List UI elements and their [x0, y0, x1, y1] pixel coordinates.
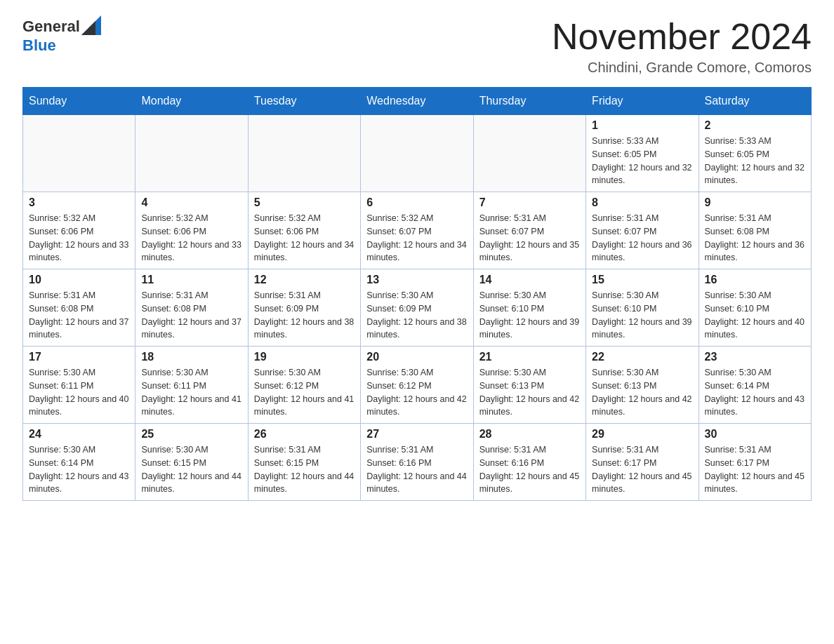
calendar-cell: 23Sunrise: 5:30 AMSunset: 6:14 PMDayligh…: [699, 347, 811, 424]
day-number: 2: [705, 119, 805, 132]
day-info: Sunrise: 5:32 AMSunset: 6:06 PMDaylight:…: [254, 212, 355, 264]
calendar-cell: 10Sunrise: 5:31 AMSunset: 6:08 PMDayligh…: [23, 269, 135, 347]
day-number: 13: [366, 274, 467, 286]
calendar-cell: [248, 115, 360, 192]
day-number: 21: [479, 351, 580, 363]
day-info: Sunrise: 5:30 AMSunset: 6:10 PMDaylight:…: [592, 289, 692, 342]
day-number: 7: [479, 196, 580, 209]
calendar-cell: [361, 115, 473, 192]
day-number: 27: [366, 428, 467, 441]
day-number: 5: [254, 196, 355, 209]
day-info: Sunrise: 5:31 AMSunset: 6:07 PMDaylight:…: [479, 212, 580, 264]
day-number: 17: [29, 351, 129, 363]
calendar-cell: [23, 115, 135, 192]
day-info: Sunrise: 5:31 AMSunset: 6:09 PMDaylight:…: [254, 289, 355, 342]
calendar-week-1: 1Sunrise: 5:33 AMSunset: 6:05 PMDaylight…: [23, 115, 812, 192]
day-info: Sunrise: 5:31 AMSunset: 6:08 PMDaylight:…: [705, 212, 805, 264]
weekday-header-friday: Friday: [586, 88, 699, 115]
day-number: 24: [29, 428, 129, 441]
calendar-cell: 12Sunrise: 5:31 AMSunset: 6:09 PMDayligh…: [248, 269, 360, 347]
calendar-cell: 18Sunrise: 5:30 AMSunset: 6:11 PMDayligh…: [135, 347, 248, 424]
calendar-cell: [135, 115, 248, 192]
day-info: Sunrise: 5:31 AMSunset: 6:15 PMDaylight:…: [254, 443, 355, 496]
calendar-cell: 19Sunrise: 5:30 AMSunset: 6:12 PMDayligh…: [248, 347, 360, 424]
day-info: Sunrise: 5:30 AMSunset: 6:12 PMDaylight:…: [254, 366, 355, 419]
day-number: 3: [29, 196, 129, 209]
day-number: 29: [592, 428, 692, 441]
calendar-cell: 3Sunrise: 5:32 AMSunset: 6:06 PMDaylight…: [23, 192, 135, 269]
calendar-header-row: SundayMondayTuesdayWednesdayThursdayFrid…: [23, 88, 812, 115]
day-info: Sunrise: 5:30 AMSunset: 6:10 PMDaylight:…: [705, 289, 805, 342]
day-info: Sunrise: 5:31 AMSunset: 6:17 PMDaylight:…: [592, 443, 692, 496]
day-info: Sunrise: 5:31 AMSunset: 6:16 PMDaylight:…: [366, 443, 467, 496]
weekday-header-tuesday: Tuesday: [248, 88, 360, 115]
calendar-cell: 20Sunrise: 5:30 AMSunset: 6:12 PMDayligh…: [361, 347, 473, 424]
day-number: 28: [479, 428, 580, 441]
day-info: Sunrise: 5:30 AMSunset: 6:13 PMDaylight:…: [479, 366, 580, 419]
day-number: 26: [254, 428, 355, 441]
day-info: Sunrise: 5:31 AMSunset: 6:08 PMDaylight:…: [141, 289, 241, 342]
day-number: 30: [705, 428, 805, 441]
day-info: Sunrise: 5:32 AMSunset: 6:06 PMDaylight:…: [29, 212, 129, 264]
calendar-cell: 21Sunrise: 5:30 AMSunset: 6:13 PMDayligh…: [473, 347, 585, 424]
weekday-header-wednesday: Wednesday: [361, 88, 473, 115]
calendar-week-3: 10Sunrise: 5:31 AMSunset: 6:08 PMDayligh…: [23, 269, 812, 347]
day-info: Sunrise: 5:30 AMSunset: 6:15 PMDaylight:…: [141, 443, 241, 496]
weekday-header-sunday: Sunday: [23, 88, 135, 115]
day-info: Sunrise: 5:32 AMSunset: 6:06 PMDaylight:…: [141, 212, 241, 264]
calendar-cell: 6Sunrise: 5:32 AMSunset: 6:07 PMDaylight…: [361, 192, 473, 269]
calendar-cell: 22Sunrise: 5:30 AMSunset: 6:13 PMDayligh…: [586, 347, 699, 424]
day-number: 8: [592, 196, 692, 209]
day-number: 6: [366, 196, 467, 209]
day-number: 20: [366, 351, 467, 363]
day-info: Sunrise: 5:31 AMSunset: 6:07 PMDaylight:…: [592, 212, 692, 264]
logo-text-general: General: [22, 18, 80, 36]
day-info: Sunrise: 5:30 AMSunset: 6:10 PMDaylight:…: [479, 289, 580, 342]
day-info: Sunrise: 5:30 AMSunset: 6:14 PMDaylight:…: [29, 443, 129, 496]
day-number: 25: [141, 428, 241, 441]
day-info: Sunrise: 5:30 AMSunset: 6:09 PMDaylight:…: [366, 289, 467, 342]
day-info: Sunrise: 5:30 AMSunset: 6:13 PMDaylight:…: [592, 366, 692, 419]
day-number: 1: [592, 119, 692, 132]
weekday-header-monday: Monday: [135, 88, 248, 115]
calendar-cell: 2Sunrise: 5:33 AMSunset: 6:05 PMDaylight…: [699, 115, 811, 192]
calendar-cell: 15Sunrise: 5:30 AMSunset: 6:10 PMDayligh…: [586, 269, 699, 347]
calendar-cell: 24Sunrise: 5:30 AMSunset: 6:14 PMDayligh…: [23, 424, 135, 501]
calendar-week-5: 24Sunrise: 5:30 AMSunset: 6:14 PMDayligh…: [23, 424, 812, 501]
day-number: 18: [141, 351, 241, 363]
day-info: Sunrise: 5:30 AMSunset: 6:12 PMDaylight:…: [366, 366, 467, 419]
day-number: 12: [254, 274, 355, 286]
day-number: 14: [479, 274, 580, 286]
weekday-header-thursday: Thursday: [473, 88, 585, 115]
month-title: November 2024: [552, 17, 812, 57]
day-info: Sunrise: 5:31 AMSunset: 6:17 PMDaylight:…: [705, 443, 805, 496]
day-info: Sunrise: 5:30 AMSunset: 6:11 PMDaylight:…: [29, 366, 129, 419]
day-info: Sunrise: 5:33 AMSunset: 6:05 PMDaylight:…: [592, 135, 692, 187]
calendar-cell: 29Sunrise: 5:31 AMSunset: 6:17 PMDayligh…: [586, 424, 699, 501]
calendar-cell: 8Sunrise: 5:31 AMSunset: 6:07 PMDaylight…: [586, 192, 699, 269]
day-number: 10: [29, 274, 129, 286]
calendar-cell: 1Sunrise: 5:33 AMSunset: 6:05 PMDaylight…: [586, 115, 699, 192]
calendar-cell: 28Sunrise: 5:31 AMSunset: 6:16 PMDayligh…: [473, 424, 585, 501]
calendar-cell: 13Sunrise: 5:30 AMSunset: 6:09 PMDayligh…: [361, 269, 473, 347]
day-info: Sunrise: 5:31 AMSunset: 6:16 PMDaylight:…: [479, 443, 580, 496]
calendar-cell: [473, 115, 585, 192]
calendar-cell: 25Sunrise: 5:30 AMSunset: 6:15 PMDayligh…: [135, 424, 248, 501]
page-header: General Blue November 2024 Chindini, Gra…: [22, 17, 812, 76]
calendar-cell: 26Sunrise: 5:31 AMSunset: 6:15 PMDayligh…: [248, 424, 360, 501]
calendar-table: SundayMondayTuesdayWednesdayThursdayFrid…: [22, 87, 812, 501]
day-number: 19: [254, 351, 355, 363]
calendar-cell: 11Sunrise: 5:31 AMSunset: 6:08 PMDayligh…: [135, 269, 248, 347]
day-info: Sunrise: 5:33 AMSunset: 6:05 PMDaylight:…: [705, 135, 805, 187]
calendar-cell: 5Sunrise: 5:32 AMSunset: 6:06 PMDaylight…: [248, 192, 360, 269]
day-number: 4: [141, 196, 241, 209]
day-info: Sunrise: 5:30 AMSunset: 6:11 PMDaylight:…: [141, 366, 241, 419]
calendar-cell: 9Sunrise: 5:31 AMSunset: 6:08 PMDaylight…: [699, 192, 811, 269]
calendar-cell: 17Sunrise: 5:30 AMSunset: 6:11 PMDayligh…: [23, 347, 135, 424]
calendar-week-4: 17Sunrise: 5:30 AMSunset: 6:11 PMDayligh…: [23, 347, 812, 424]
calendar-cell: 14Sunrise: 5:30 AMSunset: 6:10 PMDayligh…: [473, 269, 585, 347]
logo-icon: [81, 15, 101, 35]
title-area: November 2024 Chindini, Grande Comore, C…: [552, 17, 812, 76]
svg-marker-1: [81, 21, 95, 35]
calendar-cell: 7Sunrise: 5:31 AMSunset: 6:07 PMDaylight…: [473, 192, 585, 269]
